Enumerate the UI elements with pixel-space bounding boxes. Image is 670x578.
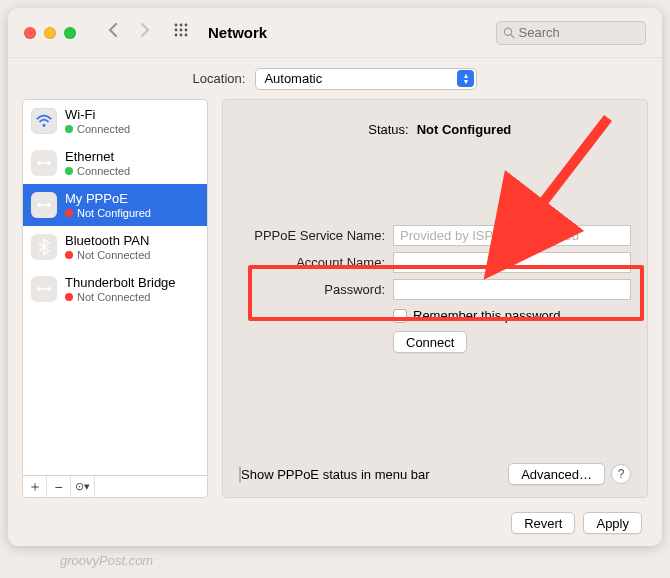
password-label: Password: bbox=[239, 282, 393, 297]
status-dot-icon bbox=[65, 293, 73, 301]
svg-point-7 bbox=[180, 34, 183, 37]
zoom-icon[interactable] bbox=[64, 27, 76, 39]
service-list-items: Wi-Fi Connected Ethernet Connected bbox=[23, 100, 207, 475]
nav-arrows bbox=[108, 22, 150, 43]
chevrons-icon: ▲▼ bbox=[457, 70, 474, 87]
titlebar: Network bbox=[8, 8, 662, 58]
preferences-window: Network Location: Automatic ▲▼ Wi-Fi bbox=[8, 8, 662, 546]
content-area: Wi-Fi Connected Ethernet Connected bbox=[8, 99, 662, 546]
checkbox-icon bbox=[393, 309, 407, 323]
revert-button[interactable]: Revert bbox=[511, 512, 575, 534]
show-all-button[interactable] bbox=[174, 23, 190, 42]
list-item-name: Wi-Fi bbox=[65, 108, 130, 122]
svg-point-12 bbox=[37, 161, 41, 165]
list-item-sub: Not Connected bbox=[77, 291, 150, 303]
svg-point-8 bbox=[185, 34, 188, 37]
svg-point-11 bbox=[43, 124, 46, 127]
window-title: Network bbox=[208, 24, 267, 41]
search-field[interactable] bbox=[496, 21, 646, 45]
password-input[interactable] bbox=[393, 279, 631, 300]
bluetooth-icon bbox=[31, 234, 57, 260]
sidebar-item-pppoe[interactable]: My PPPoE Not Configured bbox=[23, 184, 207, 226]
add-service-button[interactable]: ＋ bbox=[23, 476, 47, 497]
svg-point-5 bbox=[185, 29, 188, 32]
status-dot-icon bbox=[65, 251, 73, 259]
list-item-sub: Connected bbox=[77, 165, 130, 177]
remember-password-label: Remember this password bbox=[413, 308, 560, 323]
search-icon bbox=[503, 26, 515, 39]
list-item-name: My PPPoE bbox=[65, 192, 151, 206]
svg-point-6 bbox=[175, 34, 178, 37]
settings-panel: Status: Not Configured PPPoE Service Nam… bbox=[222, 99, 648, 498]
svg-point-3 bbox=[175, 29, 178, 32]
location-value: Automatic bbox=[264, 71, 322, 86]
svg-point-0 bbox=[175, 24, 178, 27]
status-value: Not Configured bbox=[417, 122, 512, 137]
sidebar-item-ethernet[interactable]: Ethernet Connected bbox=[23, 142, 207, 184]
thunderbolt-icon bbox=[31, 276, 57, 302]
connect-button[interactable]: Connect bbox=[393, 331, 467, 353]
search-input[interactable] bbox=[519, 25, 639, 40]
list-item-name: Bluetooth PAN bbox=[65, 234, 150, 248]
service-actions-button[interactable]: ⊙▾ bbox=[71, 476, 95, 497]
account-name-input[interactable] bbox=[393, 252, 631, 273]
svg-point-18 bbox=[37, 287, 41, 291]
apply-button[interactable]: Apply bbox=[583, 512, 642, 534]
status-dot-icon bbox=[65, 125, 73, 133]
remember-password-checkbox[interactable]: Remember this password bbox=[393, 308, 560, 323]
close-icon[interactable] bbox=[24, 27, 36, 39]
svg-point-15 bbox=[37, 203, 41, 207]
help-button[interactable]: ? bbox=[611, 464, 631, 484]
status-dot-icon bbox=[65, 209, 73, 217]
location-row: Location: Automatic ▲▼ bbox=[8, 58, 662, 99]
pppoe-service-input[interactable] bbox=[393, 225, 631, 246]
service-list-footer: ＋ − ⊙▾ bbox=[23, 475, 207, 497]
show-status-checkbox[interactable]: Show PPPoE status in menu bar bbox=[239, 467, 430, 482]
wifi-icon bbox=[31, 108, 57, 134]
remove-service-button[interactable]: − bbox=[47, 476, 71, 497]
svg-point-4 bbox=[180, 29, 183, 32]
svg-line-10 bbox=[511, 35, 514, 38]
list-item-name: Ethernet bbox=[65, 150, 130, 164]
show-status-label: Show PPPoE status in menu bar bbox=[241, 467, 430, 482]
location-label: Location: bbox=[193, 71, 246, 86]
sidebar-item-bluetooth[interactable]: Bluetooth PAN Not Connected bbox=[23, 226, 207, 268]
location-select[interactable]: Automatic ▲▼ bbox=[255, 68, 477, 90]
footer-buttons: Revert Apply bbox=[511, 512, 642, 534]
panel-bottom-row: Show PPPoE status in menu bar Advanced… … bbox=[239, 463, 631, 485]
service-list: Wi-Fi Connected Ethernet Connected bbox=[22, 99, 208, 498]
list-item-name: Thunderbolt Bridge bbox=[65, 276, 176, 290]
svg-point-16 bbox=[47, 203, 51, 207]
back-button[interactable] bbox=[108, 22, 120, 43]
status-label: Status: bbox=[359, 122, 409, 137]
advanced-button[interactable]: Advanced… bbox=[508, 463, 605, 485]
list-item-sub: Not Connected bbox=[77, 249, 150, 261]
pppoe-service-label: PPPoE Service Name: bbox=[239, 228, 393, 243]
sidebar-item-thunderbolt[interactable]: Thunderbolt Bridge Not Connected bbox=[23, 268, 207, 310]
status-dot-icon bbox=[65, 167, 73, 175]
window-controls bbox=[24, 27, 76, 39]
svg-point-2 bbox=[185, 24, 188, 27]
list-item-sub: Connected bbox=[77, 123, 130, 135]
pppoe-form: PPPoE Service Name: Account Name: Passwo… bbox=[239, 225, 631, 353]
pppoe-icon bbox=[31, 192, 57, 218]
svg-point-19 bbox=[47, 287, 51, 291]
watermark-text: groovyPost.com bbox=[60, 553, 153, 568]
ethernet-icon bbox=[31, 150, 57, 176]
svg-point-1 bbox=[180, 24, 183, 27]
minimize-icon[interactable] bbox=[44, 27, 56, 39]
forward-button[interactable] bbox=[138, 22, 150, 43]
list-item-sub: Not Configured bbox=[77, 207, 151, 219]
account-name-label: Account Name: bbox=[239, 255, 393, 270]
status-row: Status: Not Configured bbox=[239, 122, 631, 137]
sidebar-item-wifi[interactable]: Wi-Fi Connected bbox=[23, 100, 207, 142]
svg-point-13 bbox=[47, 161, 51, 165]
